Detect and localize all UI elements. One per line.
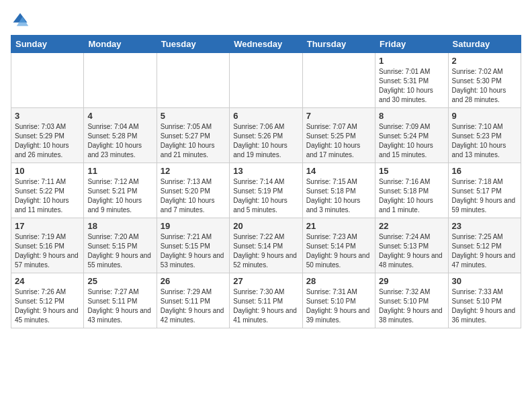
- day-number: 21: [306, 221, 371, 231]
- calendar-empty-cell: [157, 53, 229, 108]
- day-info: Sunrise: 7:31 AM Sunset: 5:10 PM Dayligh…: [306, 287, 371, 325]
- calendar-day-4: 4Sunrise: 7:04 AM Sunset: 5:28 PM Daylig…: [84, 108, 157, 163]
- calendar-day-19: 19Sunrise: 7:21 AM Sunset: 5:15 PM Dayli…: [157, 218, 229, 273]
- calendar-day-6: 6Sunrise: 7:06 AM Sunset: 5:26 PM Daylig…: [230, 108, 302, 163]
- calendar-week-row: 17Sunrise: 7:19 AM Sunset: 5:16 PM Dayli…: [11, 218, 521, 273]
- day-info: Sunrise: 7:29 AM Sunset: 5:11 PM Dayligh…: [161, 287, 226, 325]
- calendar-day-3: 3Sunrise: 7:03 AM Sunset: 5:29 PM Daylig…: [11, 108, 84, 163]
- weekday-header-thursday: Thursday: [302, 36, 375, 53]
- weekday-header-friday: Friday: [375, 36, 448, 53]
- day-info: Sunrise: 7:14 AM Sunset: 5:19 PM Dayligh…: [233, 177, 298, 215]
- calendar-day-30: 30Sunrise: 7:33 AM Sunset: 5:10 PM Dayli…: [448, 273, 521, 328]
- calendar-day-15: 15Sunrise: 7:16 AM Sunset: 5:18 PM Dayli…: [375, 163, 448, 218]
- calendar-day-7: 7Sunrise: 7:07 AM Sunset: 5:25 PM Daylig…: [302, 108, 375, 163]
- calendar-day-27: 27Sunrise: 7:30 AM Sunset: 5:11 PM Dayli…: [230, 273, 302, 328]
- logo: [11, 11, 32, 30]
- calendar-day-13: 13Sunrise: 7:14 AM Sunset: 5:19 PM Dayli…: [230, 163, 302, 218]
- calendar-day-5: 5Sunrise: 7:05 AM Sunset: 5:27 PM Daylig…: [157, 108, 229, 163]
- calendar-day-1: 1Sunrise: 7:01 AM Sunset: 5:31 PM Daylig…: [375, 53, 448, 108]
- weekday-header-wednesday: Wednesday: [230, 36, 302, 53]
- day-info: Sunrise: 7:10 AM Sunset: 5:23 PM Dayligh…: [452, 122, 517, 160]
- day-info: Sunrise: 7:12 AM Sunset: 5:21 PM Dayligh…: [87, 177, 152, 215]
- calendar-empty-cell: [302, 53, 375, 108]
- day-info: Sunrise: 7:04 AM Sunset: 5:28 PM Dayligh…: [87, 122, 152, 160]
- calendar-day-26: 26Sunrise: 7:29 AM Sunset: 5:11 PM Dayli…: [157, 273, 229, 328]
- day-number: 19: [161, 221, 226, 231]
- weekday-header-row: SundayMondayTuesdayWednesdayThursdayFrid…: [11, 36, 521, 53]
- calendar-day-28: 28Sunrise: 7:31 AM Sunset: 5:10 PM Dayli…: [302, 273, 375, 328]
- day-info: Sunrise: 7:11 AM Sunset: 5:22 PM Dayligh…: [15, 177, 80, 215]
- day-info: Sunrise: 7:27 AM Sunset: 5:11 PM Dayligh…: [87, 287, 152, 325]
- day-number: 18: [87, 221, 152, 231]
- calendar-day-17: 17Sunrise: 7:19 AM Sunset: 5:16 PM Dayli…: [11, 218, 84, 273]
- day-number: 11: [87, 166, 152, 176]
- day-info: Sunrise: 7:06 AM Sunset: 5:26 PM Dayligh…: [233, 122, 298, 160]
- day-info: Sunrise: 7:07 AM Sunset: 5:25 PM Dayligh…: [306, 122, 371, 160]
- day-info: Sunrise: 7:32 AM Sunset: 5:10 PM Dayligh…: [379, 287, 444, 325]
- day-number: 8: [379, 111, 444, 121]
- calendar-empty-cell: [84, 53, 157, 108]
- logo-icon: [11, 11, 30, 30]
- calendar-day-12: 12Sunrise: 7:13 AM Sunset: 5:20 PM Dayli…: [157, 163, 229, 218]
- day-number: 29: [379, 276, 444, 286]
- day-number: 6: [233, 111, 298, 121]
- day-info: Sunrise: 7:19 AM Sunset: 5:16 PM Dayligh…: [15, 232, 80, 270]
- calendar-empty-cell: [11, 53, 84, 108]
- day-number: 23: [452, 221, 517, 231]
- day-info: Sunrise: 7:26 AM Sunset: 5:12 PM Dayligh…: [15, 287, 80, 325]
- calendar-day-20: 20Sunrise: 7:22 AM Sunset: 5:14 PM Dayli…: [230, 218, 302, 273]
- day-number: 15: [379, 166, 444, 176]
- day-info: Sunrise: 7:03 AM Sunset: 5:29 PM Dayligh…: [15, 122, 80, 160]
- day-info: Sunrise: 7:09 AM Sunset: 5:24 PM Dayligh…: [379, 122, 444, 160]
- day-info: Sunrise: 7:30 AM Sunset: 5:11 PM Dayligh…: [233, 287, 298, 325]
- day-number: 2: [452, 56, 517, 66]
- calendar-day-2: 2Sunrise: 7:02 AM Sunset: 5:30 PM Daylig…: [448, 53, 521, 108]
- calendar-week-row: 1Sunrise: 7:01 AM Sunset: 5:31 PM Daylig…: [11, 53, 521, 108]
- day-number: 17: [15, 221, 80, 231]
- day-number: 12: [161, 166, 226, 176]
- day-number: 10: [15, 166, 80, 176]
- day-info: Sunrise: 7:02 AM Sunset: 5:30 PM Dayligh…: [452, 67, 517, 105]
- day-number: 13: [233, 166, 298, 176]
- day-info: Sunrise: 7:16 AM Sunset: 5:18 PM Dayligh…: [379, 177, 444, 215]
- calendar-empty-cell: [230, 53, 302, 108]
- day-info: Sunrise: 7:25 AM Sunset: 5:12 PM Dayligh…: [452, 232, 517, 270]
- day-number: 16: [452, 166, 517, 176]
- day-info: Sunrise: 7:15 AM Sunset: 5:18 PM Dayligh…: [306, 177, 371, 215]
- page-header: [11, 11, 521, 30]
- day-number: 7: [306, 111, 371, 121]
- calendar-day-23: 23Sunrise: 7:25 AM Sunset: 5:12 PM Dayli…: [448, 218, 521, 273]
- day-number: 26: [161, 276, 226, 286]
- calendar-day-16: 16Sunrise: 7:18 AM Sunset: 5:17 PM Dayli…: [448, 163, 521, 218]
- calendar-day-22: 22Sunrise: 7:24 AM Sunset: 5:13 PM Dayli…: [375, 218, 448, 273]
- day-info: Sunrise: 7:33 AM Sunset: 5:10 PM Dayligh…: [452, 287, 517, 325]
- day-number: 3: [15, 111, 80, 121]
- calendar-day-11: 11Sunrise: 7:12 AM Sunset: 5:21 PM Dayli…: [84, 163, 157, 218]
- calendar-week-row: 24Sunrise: 7:26 AM Sunset: 5:12 PM Dayli…: [11, 273, 521, 328]
- calendar-day-9: 9Sunrise: 7:10 AM Sunset: 5:23 PM Daylig…: [448, 108, 521, 163]
- calendar-table: SundayMondayTuesdayWednesdayThursdayFrid…: [11, 35, 521, 328]
- day-number: 28: [306, 276, 371, 286]
- day-number: 25: [87, 276, 152, 286]
- day-info: Sunrise: 7:22 AM Sunset: 5:14 PM Dayligh…: [233, 232, 298, 270]
- day-number: 22: [379, 221, 444, 231]
- day-info: Sunrise: 7:24 AM Sunset: 5:13 PM Dayligh…: [379, 232, 444, 270]
- day-info: Sunrise: 7:01 AM Sunset: 5:31 PM Dayligh…: [379, 67, 444, 105]
- day-number: 4: [87, 111, 152, 121]
- calendar-day-29: 29Sunrise: 7:32 AM Sunset: 5:10 PM Dayli…: [375, 273, 448, 328]
- day-info: Sunrise: 7:05 AM Sunset: 5:27 PM Dayligh…: [161, 122, 226, 160]
- day-number: 20: [233, 221, 298, 231]
- weekday-header-tuesday: Tuesday: [157, 36, 229, 53]
- calendar-week-row: 3Sunrise: 7:03 AM Sunset: 5:29 PM Daylig…: [11, 108, 521, 163]
- day-number: 9: [452, 111, 517, 121]
- day-info: Sunrise: 7:20 AM Sunset: 5:15 PM Dayligh…: [87, 232, 152, 270]
- calendar-day-8: 8Sunrise: 7:09 AM Sunset: 5:24 PM Daylig…: [375, 108, 448, 163]
- day-number: 5: [161, 111, 226, 121]
- day-number: 30: [452, 276, 517, 286]
- day-info: Sunrise: 7:18 AM Sunset: 5:17 PM Dayligh…: [452, 177, 517, 215]
- weekday-header-sunday: Sunday: [11, 36, 84, 53]
- day-info: Sunrise: 7:23 AM Sunset: 5:14 PM Dayligh…: [306, 232, 371, 270]
- calendar-day-25: 25Sunrise: 7:27 AM Sunset: 5:11 PM Dayli…: [84, 273, 157, 328]
- weekday-header-monday: Monday: [84, 36, 157, 53]
- day-info: Sunrise: 7:21 AM Sunset: 5:15 PM Dayligh…: [161, 232, 226, 270]
